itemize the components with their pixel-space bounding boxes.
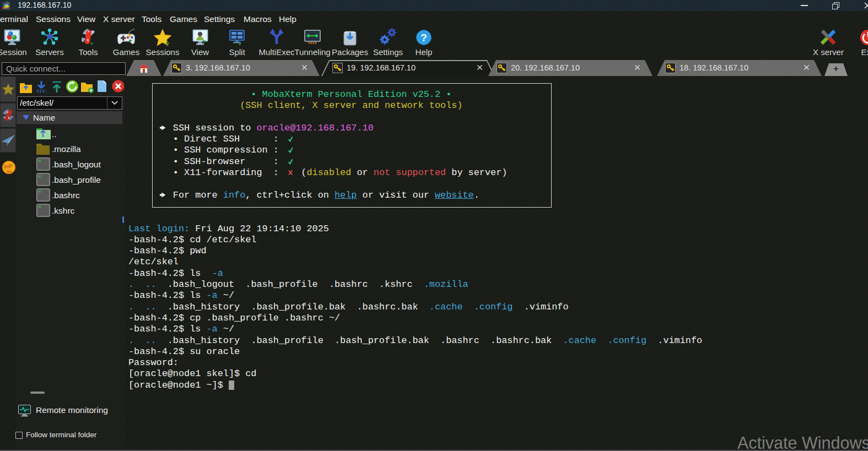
svg-text:?: ? <box>420 32 427 44</box>
